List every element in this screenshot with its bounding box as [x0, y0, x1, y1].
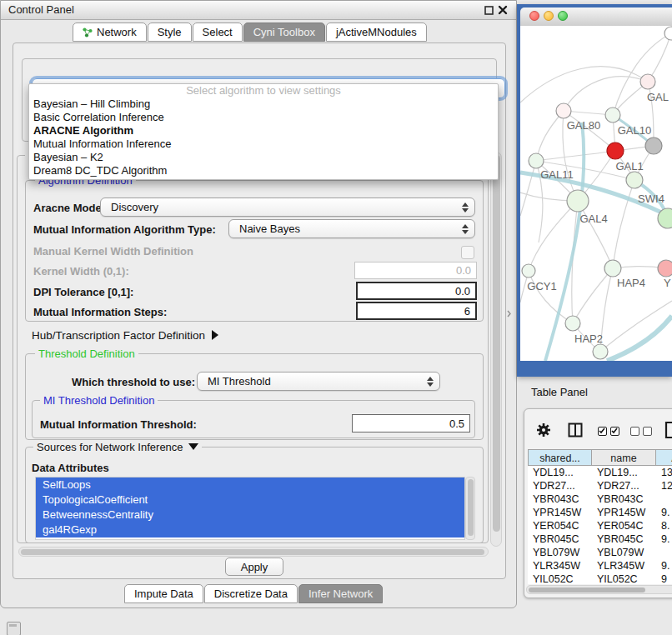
tab-select[interactable]: Select [193, 22, 243, 42]
mac-zoom-icon[interactable] [558, 11, 568, 21]
aracne-mode-combo[interactable]: Discovery [100, 198, 475, 217]
settings-vertical-scrollbar[interactable] [490, 152, 502, 547]
combo-arrows-icon [427, 377, 434, 387]
node-pink-right[interactable] [658, 260, 672, 277]
table-row[interactable]: YDR27...YDR27...12 [528, 479, 672, 492]
network-canvas[interactable]: GALGAL80GAL10GAL1GAL11SWI4GAL4GCY1HAP4YH… [520, 26, 672, 361]
hub-definition-toggle[interactable]: Hub/Transcription Factor Definition [32, 329, 218, 342]
node-GCY1[interactable] [522, 264, 535, 278]
network-edge[interactable] [520, 161, 536, 216]
algorithm-option-dream8-dc-tdc-algorithm[interactable]: Dream8 DC_TDC Algorithm [29, 164, 498, 178]
apply-button[interactable]: Apply [225, 558, 283, 576]
column-header-shared-[interactable]: shared... [528, 449, 592, 466]
aracne-mode-label: Aracne Mode: [33, 202, 105, 214]
close-icon[interactable] [498, 5, 508, 15]
kernel-width-field[interactable]: 0.0 [354, 262, 477, 279]
tab-discretize-data[interactable]: Discretize Data [204, 584, 298, 603]
mi-steps-field[interactable]: 6 [356, 302, 477, 320]
settings-horizontal-scrollbar[interactable] [18, 547, 489, 557]
tab-jactivemnodules[interactable]: jActiveMNodules [326, 22, 427, 42]
algorithm-option-bayesian-hill-climbing[interactable]: Bayesian – Hill Climbing [29, 98, 498, 111]
table-cell: 9. [656, 506, 672, 519]
table-cell: YBL079W [592, 546, 656, 559]
split-pane-handle[interactable] [507, 308, 511, 315]
node-HAP4[interactable] [604, 260, 621, 277]
dpi-tolerance-field[interactable]: 0.0 [356, 282, 477, 300]
node-SWI4[interactable] [626, 172, 643, 188]
mac-close-icon[interactable] [529, 11, 539, 21]
algorithm-option-bayesian-k2[interactable]: Bayesian – K2 [29, 151, 498, 164]
tab-label: Impute Data [134, 585, 193, 602]
document-icon[interactable] [664, 421, 672, 442]
node-GAL4[interactable] [567, 190, 589, 212]
node-gal-partial[interactable] [640, 74, 655, 89]
control-panel-titlebar[interactable]: Control Panel [1, 1, 516, 20]
unchecked-pair-icon[interactable] [630, 426, 655, 438]
tab-cyni-toolbox[interactable]: Cyni Toolbox [243, 22, 325, 42]
gear-icon[interactable] [536, 422, 551, 440]
tab-network[interactable]: Network [73, 22, 147, 42]
node-GAL80[interactable] [556, 103, 571, 118]
node-bottom-node[interactable] [593, 344, 608, 359]
sources-legend[interactable]: Sources for Network Inference [33, 441, 202, 453]
node-HAP2[interactable] [565, 316, 580, 331]
node-label-gal-partial: GAL [647, 91, 669, 103]
attribute-item-topologicalcoefficient[interactable]: TopologicalCoefficient [36, 492, 464, 508]
table-row[interactable]: YBL079WYBL079W [528, 546, 672, 559]
attribute-list-scrollbar-thumb[interactable] [468, 479, 474, 536]
table-row[interactable]: YPR145WYPR145W9. [528, 506, 672, 519]
table-row[interactable]: YER054CYER054C8. [528, 519, 672, 532]
column-header-a[interactable]: A [656, 449, 672, 466]
node-label-SWI4: SWI4 [638, 192, 664, 205]
tab-infer-network[interactable]: Infer Network [298, 584, 383, 603]
column-header-name[interactable]: name [592, 449, 656, 466]
node-GAL1[interactable] [607, 142, 624, 159]
table-row[interactable]: YIL052CYIL052C9 [528, 572, 672, 584]
table-cell: 9. [656, 559, 672, 572]
algorithm-option-aracne-algorithm[interactable]: ARACNE Algorithm [29, 124, 498, 138]
network-edge[interactable] [578, 201, 613, 268]
collapsed-arrow-icon [212, 330, 218, 340]
table-row[interactable]: YLR345WYLR345W9. [528, 559, 672, 572]
checked-pair-icon[interactable] [598, 426, 623, 438]
node-label-GAL10: GAL10 [618, 124, 651, 137]
float-window-icon[interactable] [484, 5, 494, 15]
docked-panel-icon[interactable] [7, 622, 21, 635]
manual-kernel-checkbox[interactable] [461, 246, 474, 259]
settings-vertical-scrollbar-thumb[interactable] [493, 155, 500, 532]
attribute-item-gal4rgexp[interactable]: gal4RGexp [36, 522, 464, 538]
attribute-item-betweennesscentrality[interactable]: BetweennessCentrality [36, 508, 464, 522]
mi-threshold-field[interactable]: 0.5 [352, 414, 470, 432]
table-row[interactable]: YDL19...YDL19...13 [528, 466, 672, 479]
node-label-GAL1: GAL1 [615, 160, 643, 172]
node-gray-node[interactable] [645, 138, 662, 154]
settings-horizontal-scrollbar-thumb[interactable] [21, 549, 484, 555]
tab-style[interactable]: Style [148, 22, 192, 42]
mac-minimize-icon[interactable] [544, 11, 554, 21]
network-edge[interactable] [536, 111, 564, 161]
node-GAL11[interactable] [529, 153, 544, 168]
table-cell: YBR045C [528, 532, 592, 546]
node-GAL10[interactable] [605, 108, 620, 122]
table-cell: YDR27... [592, 479, 656, 492]
column-view-icon[interactable] [568, 422, 583, 440]
mi-algorithm-type-combo[interactable]: Naive Bayes [228, 219, 475, 238]
node-top-arc[interactable] [664, 27, 672, 40]
data-attributes-list[interactable]: SelfLoopsTopologicalCoefficientBetweenne… [35, 477, 465, 540]
cyni-toolbox-panel: gal-filtered sif default node Select alg… [13, 42, 506, 579]
network-edge[interactable] [536, 151, 615, 161]
attribute-item-selfloops[interactable]: SelfLoops [36, 478, 464, 492]
attribute-list-scrollbar[interactable] [465, 477, 475, 540]
network-edge[interactable] [520, 67, 648, 102]
network-window-titlebar[interactable] [520, 8, 672, 27]
bottom-tab-bar: Impute DataDiscretize DataInfer Network [124, 584, 384, 603]
tab-impute-data[interactable]: Impute Data [124, 584, 203, 603]
table-horizontal-scrollbar-thumb[interactable] [529, 588, 645, 592]
table-row[interactable]: YBR043CYBR043C [528, 492, 672, 506]
which-threshold-combo[interactable]: MI Threshold [197, 372, 440, 391]
algorithm-option-basic-correlation-inference[interactable]: Basic Correlation Inference [29, 111, 498, 124]
algorithm-option-mutual-information-inference[interactable]: Mutual Information Inference [29, 138, 498, 151]
table-horizontal-scrollbar[interactable] [526, 585, 672, 594]
table-row[interactable]: YBR045CYBR045C9. [528, 532, 672, 546]
network-edge[interactable] [564, 77, 648, 111]
